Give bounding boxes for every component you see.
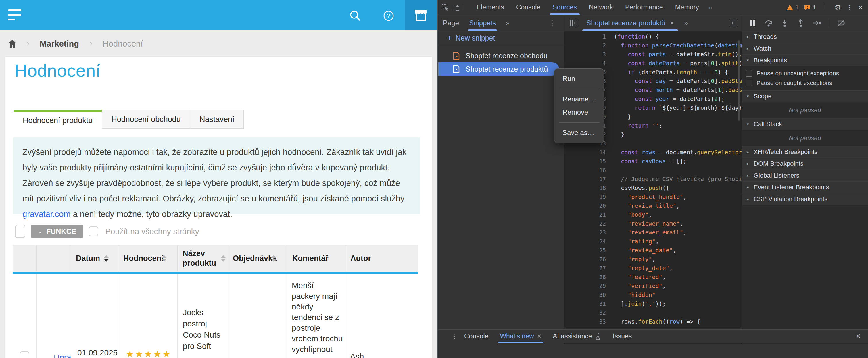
code-token: -: [687, 104, 690, 111]
section-header[interactable]: DOM Breakpoints: [742, 158, 868, 170]
sort-arrows-icon[interactable]: [271, 255, 276, 262]
pause-icon[interactable]: [748, 19, 757, 28]
hamburger-menu-icon[interactable]: [8, 9, 22, 22]
snippet-item[interactable]: Shoptet recenze produktů: [438, 62, 559, 75]
section-header[interactable]: XHR/fetch Breakpoints: [742, 146, 868, 158]
column-label: Hodnocení: [123, 253, 158, 263]
more-navigator-tabs-icon[interactable]: »: [506, 20, 509, 26]
table-header-cell[interactable]: Hodnocení: [118, 245, 178, 271]
sort-arrows-icon[interactable]: [104, 255, 108, 262]
search-icon[interactable]: [349, 9, 362, 22]
line-number: 31: [564, 299, 606, 308]
panel-left-icon[interactable]: [570, 19, 578, 27]
table-header-cell[interactable]: Název produktu: [178, 245, 228, 271]
panel-right-icon[interactable]: [730, 19, 738, 27]
close-devtools-icon[interactable]: ×: [858, 3, 863, 12]
navigator-tab[interactable]: Page: [443, 15, 459, 31]
devtools-tab[interactable]: Memory: [675, 0, 699, 15]
more-editor-tabs-icon[interactable]: »: [684, 20, 688, 26]
table-header-cell[interactable]: Datum: [71, 245, 118, 271]
breadcrumb-marketing[interactable]: Marketing: [40, 39, 79, 48]
code-line: }: [614, 130, 742, 139]
code-line: "body",: [614, 210, 742, 219]
more-tabs-icon[interactable]: »: [709, 4, 712, 11]
table-header-cell[interactable]: [36, 245, 71, 271]
close-drawer-icon[interactable]: ×: [856, 332, 861, 341]
context-menu-item[interactable]: Remove: [554, 106, 604, 119]
page-tab[interactable]: Hodnocení obchodu: [102, 110, 190, 129]
context-menu-item[interactable]: Save as…: [554, 126, 604, 139]
inspect-icon[interactable]: [441, 3, 449, 11]
code-token: ,: [683, 229, 687, 236]
section-header[interactable]: Scope: [742, 91, 868, 102]
section-header[interactable]: Threads: [742, 31, 868, 43]
devtools-tab[interactable]: Elements: [476, 0, 504, 15]
store-button[interactable]: [405, 0, 437, 30]
devtools-tab[interactable]: Sources: [552, 0, 577, 15]
table-header-cell[interactable]: Objednávka: [228, 245, 287, 271]
section-header[interactable]: Event Listener Breakpoints: [742, 182, 868, 193]
checkbox[interactable]: [746, 70, 752, 77]
section-header[interactable]: Breakpoints: [742, 55, 868, 66]
new-snippet-button[interactable]: + New snippet: [438, 31, 564, 45]
editor-tab[interactable]: Shoptet recenze produktů ×: [582, 15, 678, 31]
select-all-checkbox[interactable]: [15, 225, 25, 238]
page-tab[interactable]: Hodnocení produktu: [13, 110, 102, 129]
step-icon[interactable]: [812, 19, 822, 28]
navigator-kebab-icon[interactable]: ⋮: [549, 19, 556, 27]
funkce-button[interactable]: ⌄ FUNKCE: [31, 225, 83, 238]
step-over-icon[interactable]: [764, 19, 773, 28]
gravatar-link[interactable]: gravatar.com: [23, 209, 71, 219]
sort-arrows-icon[interactable]: [221, 255, 226, 262]
sort-arrows-icon[interactable]: [162, 255, 166, 262]
drawer-tab[interactable]: AI assistance: [553, 330, 601, 343]
step-out-icon[interactable]: [796, 19, 805, 28]
section-header[interactable]: Call Stack: [742, 118, 868, 130]
home-icon[interactable]: [9, 40, 16, 48]
pause-exception-row[interactable]: Pause on uncaught exceptions: [742, 68, 868, 78]
step-into-icon[interactable]: [780, 19, 789, 28]
code-area[interactable]: (function() { function parseCzechDatetim…: [614, 32, 742, 343]
context-menu-item[interactable]: Rename…: [554, 93, 604, 106]
code-token: parseCzechDatetime: [652, 42, 714, 49]
table-header-cell[interactable]: Autor: [345, 245, 418, 271]
page-tab[interactable]: Nastavení: [190, 110, 244, 129]
table-header-cell[interactable]: Komentář: [287, 245, 345, 271]
context-menu-item-label: Rename…: [562, 95, 595, 103]
pause-exception-row[interactable]: Pause on caught exceptions: [742, 78, 868, 88]
drawer-tab[interactable]: Console: [464, 330, 488, 343]
section-header[interactable]: Watch: [742, 43, 868, 55]
close-tab-icon[interactable]: ×: [670, 19, 674, 27]
code-token: forEach: [638, 318, 662, 325]
issues-badge[interactable]: 1: [804, 4, 816, 11]
devtools-tab[interactable]: Performance: [625, 0, 663, 15]
kebab-menu-icon[interactable]: ⋮: [846, 4, 853, 11]
help-icon[interactable]: ?: [382, 9, 395, 22]
drawer-tab[interactable]: What's new ×: [500, 330, 541, 343]
close-drawer-tab-icon[interactable]: ×: [537, 332, 541, 340]
debugger-controls: [742, 15, 868, 31]
devtools-tab[interactable]: Network: [589, 0, 613, 15]
apply-all-checkbox[interactable]: [89, 226, 98, 236]
code-token: [614, 211, 628, 218]
snippet-item[interactable]: Shoptet recenze obchodu: [438, 49, 564, 62]
line-number: 15: [564, 157, 606, 166]
context-menu-item[interactable]: Run: [554, 72, 604, 85]
line-number: 22: [564, 219, 606, 228]
code-line: "review_date",: [614, 246, 742, 255]
drawer-tab[interactable]: Issues: [613, 330, 632, 343]
deactivate-breakpoints-icon[interactable]: [837, 19, 846, 28]
editor-scrollbar[interactable]: [738, 40, 740, 121]
row-checkbox[interactable]: [20, 351, 29, 358]
section-header[interactable]: CSP Violation Breakpoints: [742, 193, 868, 205]
devtools-tab-label: Memory: [675, 3, 699, 11]
devtools-tab[interactable]: Console: [516, 0, 540, 15]
section-header[interactable]: Global Listeners: [742, 170, 868, 182]
checkbox[interactable]: [746, 79, 752, 87]
drawer-kebab-icon[interactable]: ⋮: [451, 332, 458, 340]
table-header-cell[interactable]: [13, 245, 36, 271]
gear-icon[interactable]: ⚙: [834, 3, 841, 12]
navigator-tab[interactable]: Snippets: [469, 15, 496, 31]
warnings-badge[interactable]: 1: [786, 4, 799, 11]
device-toolbar-icon[interactable]: [452, 3, 460, 11]
